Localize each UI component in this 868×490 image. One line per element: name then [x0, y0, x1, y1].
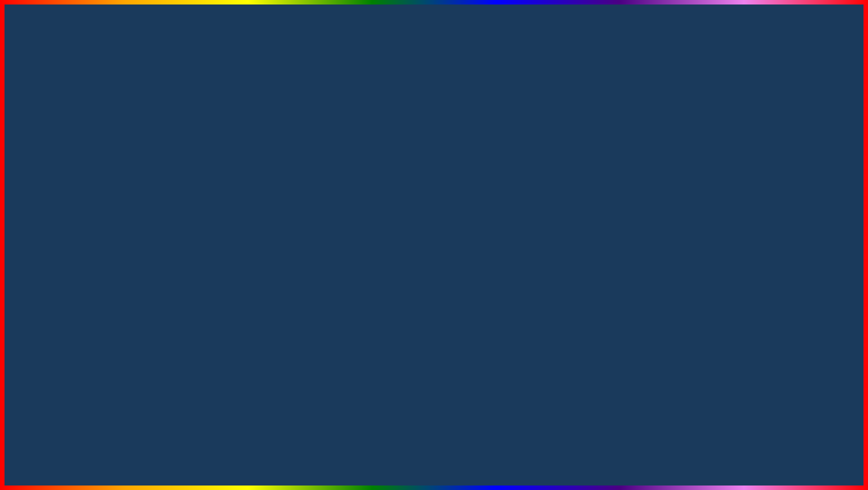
chest-tween-checkbox[interactable]: [273, 240, 280, 247]
row-farm-boss[interactable]: ▶ Auto Farm Boss: [477, 186, 670, 198]
logo-m-right: M: [434, 178, 458, 202]
sidebar-label-general-right: General: [435, 228, 455, 234]
sidebar-label-necessary-left: Necessary: [49, 242, 74, 249]
logo-fruits-text: FRUITS: [758, 454, 841, 479]
quest-icon-right: ⚙: [425, 256, 433, 264]
chest-tween-icon: ▶: [93, 241, 99, 247]
chest-tween-label: Auto Farm Chest ( Tween ): [105, 241, 270, 247]
fruit-mastery-checkbox[interactable]: [660, 240, 667, 247]
weapon-dropdown[interactable]: Select Weapon : Melee ▼: [90, 187, 283, 198]
farm-boss-label: Auto Farm Boss: [492, 189, 657, 195]
row-refresh-boss[interactable]: ▶ Refresh Boss ▶: [477, 172, 670, 184]
refresh-boss-indicator: ▶: [663, 176, 667, 181]
farm-all-boss-checkbox[interactable]: [660, 203, 667, 210]
row-farm-nearest[interactable]: ▶ Auto Farm Nearest: [90, 214, 283, 227]
sidebar-label-racev4-left: Race V4: [49, 271, 69, 277]
row-farm-all-boss[interactable]: ▶ Auto Farm All Boss: [477, 200, 670, 213]
farm-nearest-checkbox[interactable]: [273, 217, 280, 224]
race-icon-left: 👤: [38, 270, 46, 278]
home-icon-left: ⌂: [38, 227, 46, 235]
row-chest-bypass[interactable]: ▶ Auto Farm Chest ( Bypass ): [90, 252, 283, 264]
mastery-section-label: Main Mastery | General: [550, 230, 597, 235]
blox-fruits-logo-area: 💀 BL🎯X FRUITS: [682, 427, 841, 479]
necessary-icon-left: 🔧: [38, 241, 46, 249]
race-icon-right: 👤: [425, 270, 433, 278]
row-farm-level[interactable]: ▶ Auto Farm Level: [90, 200, 283, 213]
mastery-section-divider: Main Mastery | General: [477, 230, 670, 235]
sidebar-label-questitem-right: Quest-Item: [435, 257, 462, 263]
sidebar-item-questitem-left[interactable]: ⚙ Quest-Item: [32, 253, 86, 267]
sidebar-label-racev4-right: Race V4: [435, 271, 456, 277]
chest-bypass-checkbox[interactable]: [273, 254, 280, 262]
spawn-icon: ▶: [93, 175, 99, 182]
sidebar-item-necessary-right[interactable]: 🔧 Necessary: [419, 238, 473, 253]
row-gun-mastery[interactable]: ▶ Auto Farm Gun Mastery [ Only PC ]: [477, 252, 670, 264]
farm-level-label: Auto Farm Level: [105, 203, 270, 209]
panel-right: MagicHub BloxFruits BFzWdBUn45 [RightCon…: [418, 160, 675, 290]
twin-hook-label: Auto Twin Hook [ Sea 3 ]: [492, 218, 657, 224]
gun-mastery-icon: ▶: [480, 255, 486, 261]
panel-left-sidebar: M ℹ Information ⌂ General 🔧 Necessary ⚙ …: [32, 169, 86, 285]
sidebar-label-questitem-left: Quest-Item: [49, 257, 75, 263]
farm-nearest-label: Auto Farm Nearest: [105, 218, 270, 224]
panel-right-sidebar: M ℹ Information ⌂ General 🔧 Necessary ⚙ …: [419, 169, 473, 285]
chest-section-label: Main Chest | General: [166, 230, 208, 235]
row-fruit-mastery[interactable]: ▶ Auto Farm Fruit Mastery: [477, 237, 670, 250]
sidebar-item-racev4-right[interactable]: 👤 Race V4: [419, 267, 473, 281]
panel-left-content: ▶ Auto Set Spawn Point Select Weapon : M…: [86, 169, 287, 285]
badge-no-key: NO KEY !!: [421, 137, 532, 169]
spawn-checkbox[interactable]: [273, 175, 280, 182]
badge-no-miss: NO MISS SKILL: [31, 137, 196, 169]
row-twin-hook[interactable]: ▶ Auto Twin Hook [ Sea 3 ]: [477, 214, 670, 227]
panel-left: MagicHub BloxFruits BFzWdBUn45 [RightCon…: [31, 160, 288, 290]
sidebar-item-general-right[interactable]: ⌂ General: [419, 224, 473, 238]
logo-m-left: M: [47, 178, 72, 202]
farm-level-icon: ▶: [93, 203, 99, 209]
sidebar-item-racev4-left[interactable]: 👤 Race V4: [32, 267, 86, 281]
info-icon-right: ℹ: [425, 213, 433, 221]
gun-mastery-checkbox[interactable]: [660, 254, 667, 262]
farm-all-boss-label: Auto Farm All Boss: [492, 203, 657, 209]
title-its: ITS: [561, 7, 685, 92]
home-icon-right: ⌂: [425, 227, 433, 235]
sidebar-item-information-left[interactable]: ℹ Information: [32, 209, 86, 224]
refresh-boss-label: Refresh Boss: [492, 175, 661, 181]
row-chest-tween[interactable]: ▶ Auto Farm Chest ( Tween ): [90, 237, 283, 250]
skull-icon: 💀: [746, 427, 777, 455]
necessary-icon-right: 🔧: [425, 241, 433, 249]
title-fru: FRU: [400, 7, 561, 92]
twin-hook-icon: ▶: [480, 218, 486, 224]
sidebar-item-information-right[interactable]: ℹ Information: [419, 209, 473, 224]
title-blox: BLOX: [183, 7, 400, 92]
gun-mastery-label: Auto Farm Gun Mastery [ Only PC ]: [492, 255, 657, 261]
chest-section-divider: Main Chest | General: [90, 230, 283, 235]
sidebar-item-necessary-left[interactable]: 🔧 Necessary: [32, 238, 86, 253]
sidebar-item-questitem-right[interactable]: ⚙ Quest-Item: [419, 253, 473, 267]
sidebar-label-information-left: Information: [49, 214, 76, 220]
sidebar-label-information-right: Information: [435, 214, 462, 220]
farm-boss-icon: ▶: [480, 189, 486, 195]
sidebar-label-general-left: General: [49, 228, 68, 234]
chest-bypass-icon: ▶: [93, 255, 99, 261]
farm-nearest-icon: ▶: [93, 218, 99, 224]
sidebar-item-general-left[interactable]: ⌂ General: [32, 224, 86, 238]
dropdown-arrow-icon: ▼: [275, 190, 279, 195]
weapon-dropdown-label: Select Weapon : Melee: [94, 189, 275, 196]
fruit-mastery-label: Auto Farm Fruit Mastery: [492, 241, 657, 247]
spawn-label: Auto Set Spawn Point: [105, 175, 270, 182]
sidebar-label-necessary-right: Necessary: [435, 242, 461, 249]
farm-boss-checkbox[interactable]: [660, 188, 667, 196]
bottom-auto-farm: AUTO FARM: [157, 431, 407, 476]
twin-hook-checkbox[interactable]: [660, 217, 667, 224]
chest-bypass-label: Auto Farm Chest ( Bypass ): [105, 255, 270, 261]
bottom-script: SCRIPT: [418, 440, 538, 473]
quest-icon-left: ⚙: [38, 256, 46, 264]
panel-right-content: ▶ Refresh Boss ▶ ▶ Auto Farm Boss ▶ Auto…: [473, 169, 674, 285]
refresh-boss-icon: ▶: [480, 175, 486, 181]
row-set-spawn[interactable]: ▶ Auto Set Spawn Point: [90, 172, 283, 185]
fruit-mastery-icon: ▶: [480, 241, 486, 247]
farm-level-checkbox[interactable]: [273, 203, 280, 210]
logo-blox-text: BL🎯X: [682, 454, 756, 479]
info-icon-left: ℹ: [38, 213, 46, 221]
farm-all-boss-icon: ▶: [480, 203, 486, 209]
